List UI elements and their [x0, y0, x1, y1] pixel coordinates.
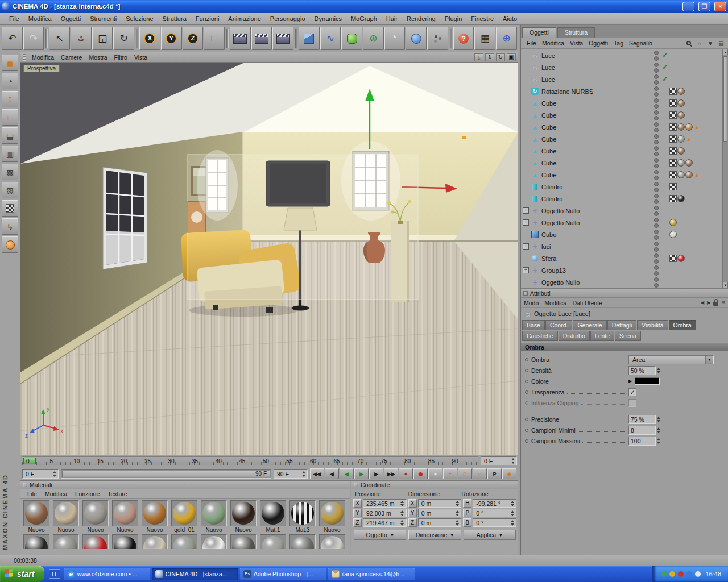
viewport-menu-item[interactable]: Filtro [111, 53, 131, 61]
animation-dot-icon[interactable] [525, 429, 528, 432]
enable-check-icon[interactable]: ✓ [660, 64, 669, 71]
material-tag-icon[interactable] [677, 135, 685, 143]
material-name[interactable]: Nuovo [235, 526, 252, 533]
material-item[interactable] [110, 534, 140, 548]
material-item[interactable] [81, 534, 110, 548]
texture-tag-icon[interactable] [669, 99, 677, 107]
texture-mode-icon[interactable] [2, 200, 18, 217]
axis-chip[interactable]: Z [353, 518, 362, 527]
expand-toggle[interactable] [523, 64, 529, 70]
visibility-dots[interactable] [652, 194, 660, 204]
menu-item[interactable]: Selezione [121, 14, 158, 23]
spinner-icon[interactable] [510, 500, 515, 508]
material-tag-icon[interactable] [669, 219, 677, 226]
visibility-dots[interactable] [652, 265, 660, 276]
preview-range-slider[interactable]: 90 F [61, 469, 271, 479]
object-row[interactable]: Luce ✓ [523, 49, 722, 61]
axis-chip[interactable]: P [463, 509, 471, 517]
value-field[interactable]: 75 % [628, 415, 661, 424]
coord-mode-icon[interactable]: ∟ [2, 109, 18, 126]
menu-item[interactable]: Animazione [224, 14, 265, 23]
workplane-mode-icon[interactable]: ↳ [2, 218, 18, 235]
scale-button[interactable]: ◱ [92, 27, 113, 50]
checkbox[interactable] [628, 399, 636, 407]
object-manager-menu-item[interactable]: Tag [611, 39, 626, 47]
material-item[interactable] [199, 534, 229, 548]
material-tag-icon[interactable] [677, 123, 685, 131]
menu-item[interactable]: Personaggio [266, 14, 310, 23]
color-swatch[interactable] [635, 377, 660, 385]
object-row[interactable]: Cube [523, 109, 722, 121]
object-row[interactable]: + Oggetto Nullo [523, 217, 722, 228]
help-button[interactable]: ? [453, 27, 474, 50]
expand-toggle[interactable] [523, 184, 529, 190]
attributes-title-bar[interactable]: Attributi [521, 289, 728, 298]
material-name[interactable]: Mat.3 [295, 526, 309, 533]
menu-item[interactable]: Aiuto [498, 14, 522, 23]
edges-mode-icon[interactable]: ▥ [2, 146, 18, 162]
visibility-dots[interactable] [652, 74, 660, 85]
material-tag-icon[interactable] [685, 159, 693, 167]
texture-tag-icon[interactable] [669, 159, 677, 167]
object-row[interactable]: Luce ✓ [523, 61, 722, 73]
spinner-icon[interactable] [454, 509, 460, 517]
expand-toggle[interactable] [523, 231, 529, 238]
menu-item[interactable]: MoGraph [346, 14, 382, 23]
object-name[interactable]: Oggetto Nullo [540, 207, 652, 214]
material-tag-icon[interactable] [677, 147, 685, 155]
attribute-tab[interactable]: Lente [590, 331, 614, 341]
object-row[interactable]: Cilindro [523, 193, 722, 205]
object-row[interactable]: Rotazione NURBS [523, 85, 722, 97]
object-name[interactable]: Sfera [540, 255, 652, 262]
antivirus-tray-icon[interactable] [661, 571, 667, 577]
object-name[interactable]: Luce [540, 64, 652, 71]
object-row[interactable]: Cube ▲ [523, 169, 722, 181]
material-item[interactable]: Mat.1 [258, 500, 288, 533]
expand-toggle[interactable] [523, 124, 529, 130]
coordinate-system-button[interactable]: ∟ [204, 27, 225, 50]
visibility-dots[interactable] [652, 277, 660, 288]
lock-x-button[interactable]: X [139, 27, 160, 50]
spinner-icon[interactable] [454, 519, 460, 527]
coordinates-action-button[interactable]: Oggetto▼ [354, 530, 406, 540]
add-modeling-button[interactable]: ⊛ [363, 27, 384, 50]
animation-dot-icon[interactable] [525, 418, 528, 421]
texture-tag-icon[interactable] [669, 183, 677, 190]
menu-item[interactable]: Modifica [24, 14, 56, 23]
material-name[interactable]: Nuovo [117, 526, 134, 533]
material-thumb[interactable] [260, 500, 286, 526]
spinner-icon[interactable] [301, 470, 306, 478]
expand-toggle[interactable] [523, 279, 529, 285]
zoom-view-icon[interactable]: ⇕ [485, 53, 494, 61]
object-manager-tab[interactable]: Oggetti [522, 27, 556, 38]
object-name[interactable]: Cube [540, 160, 652, 167]
network-tray-icon[interactable] [686, 571, 692, 577]
value-field[interactable]: 50 % [628, 366, 661, 375]
scroll-down-icon[interactable]: ▼ [723, 282, 728, 288]
visibility-dots[interactable] [652, 170, 660, 180]
material-tag-icon[interactable] [677, 255, 685, 262]
material-item[interactable] [140, 534, 169, 548]
dimension-field[interactable]: 0 m [418, 499, 462, 508]
object-list-scrollbar[interactable]: ▲ ▼ [722, 49, 728, 288]
attribute-tab[interactable]: Caustiche [522, 331, 558, 341]
object-name[interactable]: Oggetto Nullo [540, 219, 652, 226]
material-item[interactable]: Nuovo [81, 500, 110, 533]
object-name[interactable]: Luce [540, 52, 652, 59]
viewport-menu-item[interactable]: Mostra [85, 53, 110, 61]
record-pla-button[interactable]: ◆ [502, 468, 516, 479]
record-filter-button[interactable]: ● [428, 468, 442, 479]
add-particles-button[interactable]: * [384, 27, 406, 50]
pan-view-icon[interactable] [474, 53, 483, 61]
expand-toggle[interactable] [523, 136, 529, 142]
taskbar-window-button[interactable]: Adobe Photoshop - [... [240, 568, 326, 580]
preview-range-handle[interactable]: 90 F [62, 471, 270, 477]
material-name[interactable]: Nuovo [324, 526, 341, 533]
history-forward-icon[interactable]: ▶ [707, 300, 710, 305]
live-selection-button[interactable]: ↖ [49, 27, 70, 50]
viewport-menu-item[interactable]: Vista [131, 53, 151, 61]
attribute-tab[interactable]: Visibilità [637, 320, 668, 330]
object-row[interactable]: Cube [523, 97, 722, 109]
object-name[interactable]: Cilindro [540, 196, 652, 202]
visibility-dots[interactable] [652, 122, 660, 132]
